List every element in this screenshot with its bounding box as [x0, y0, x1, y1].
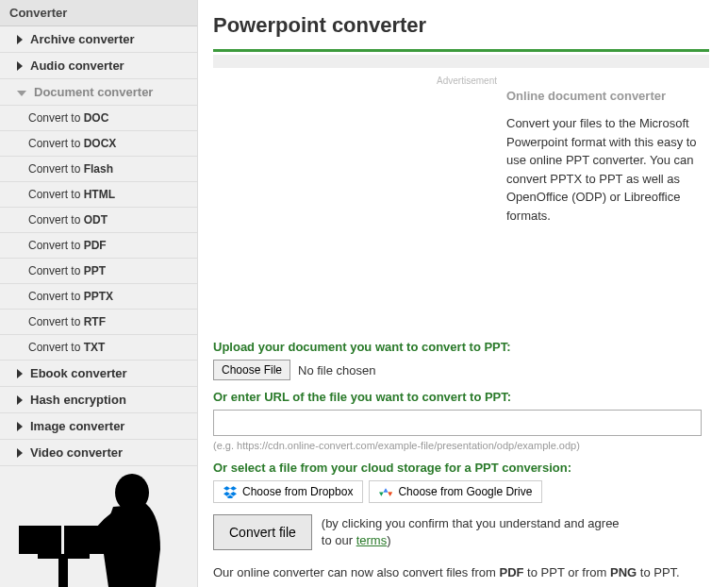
- chevron-right-icon: [17, 369, 23, 378]
- ad-area: Advertisement Online document converter …: [213, 75, 709, 330]
- subitem-docx[interactable]: Convert to DOCX: [0, 131, 197, 157]
- subitem-pptx[interactable]: Convert to PPTX: [0, 284, 197, 310]
- sidebar: Converter Archive converter Audio conver…: [0, 0, 198, 587]
- subitem-flash[interactable]: Convert to Flash: [0, 157, 197, 182]
- sidebar-header: Converter: [0, 0, 197, 26]
- sidebar-item-archive[interactable]: Archive converter: [0, 26, 197, 53]
- convert-button[interactable]: Convert file: [213, 514, 312, 550]
- dropbox-icon: [223, 485, 237, 498]
- upload-label: Upload your document you want to convert…: [213, 340, 709, 354]
- divider: [213, 49, 709, 52]
- svg-rect-2: [38, 554, 90, 559]
- chevron-right-icon: [17, 395, 23, 405]
- gray-bar: [213, 55, 709, 68]
- svg-rect-5: [90, 540, 123, 551]
- gdrive-button-label: Choose from Google Drive: [398, 485, 532, 498]
- chevron-down-icon: [17, 91, 26, 96]
- ad-label: Advertisement: [437, 75, 497, 86]
- gdrive-button[interactable]: Choose from Google Drive: [369, 480, 542, 503]
- subitem-txt[interactable]: Convert to TXT: [0, 335, 197, 361]
- sidebar-item-image[interactable]: Image converter: [0, 413, 197, 440]
- dropbox-button-label: Choose from Dropbox: [242, 485, 353, 498]
- file-status: No file chosen: [298, 363, 375, 377]
- subitem-doc[interactable]: Convert to DOC: [0, 106, 197, 131]
- subitem-html[interactable]: Convert to HTML: [0, 182, 197, 208]
- dropbox-button[interactable]: Choose from Dropbox: [213, 480, 363, 503]
- google-drive-icon: [379, 485, 392, 498]
- subitem-ppt[interactable]: Convert to PPT: [0, 259, 197, 284]
- sidebar-item-hash[interactable]: Hash encryption: [0, 387, 197, 413]
- subitem-odt[interactable]: Convert to ODT: [0, 208, 197, 233]
- sidebar-item-ebook[interactable]: Ebook converter: [0, 361, 197, 387]
- url-input[interactable]: [213, 410, 702, 436]
- main-content: Powerpoint converter Advertisement Onlin…: [198, 0, 728, 587]
- sidebar-item-document[interactable]: Document converter: [0, 79, 197, 106]
- cloud-buttons-row: Choose from Dropbox Choose from Google D…: [213, 480, 709, 503]
- convert-row: Convert file (by clicking you confirm th…: [213, 514, 709, 550]
- url-label: Or enter URL of the file you want to con…: [213, 390, 709, 404]
- choose-file-button[interactable]: Choose File: [213, 360, 290, 380]
- cloud-label: Or select a file from your cloud storage…: [213, 461, 709, 475]
- subitem-rtf[interactable]: Convert to RTF: [0, 310, 197, 335]
- person-silhouette-image: [0, 445, 198, 587]
- subitem-pdf[interactable]: Convert to PDF: [0, 233, 197, 259]
- description-block: Online document converter Convert your f…: [506, 89, 709, 225]
- chevron-right-icon: [17, 422, 23, 431]
- file-input-row: Choose File No file chosen: [213, 360, 709, 380]
- footer-note: Our online converter can now also conver…: [213, 565, 709, 579]
- chevron-right-icon: [17, 35, 23, 44]
- sidebar-item-audio[interactable]: Audio converter: [0, 53, 197, 79]
- page-title: Powerpoint converter: [213, 13, 709, 38]
- convert-note: (by clicking you confirm that you unders…: [322, 515, 623, 549]
- description-title: Online document converter: [506, 89, 709, 103]
- description-text: Convert your files to the Microsoft Powe…: [506, 114, 709, 225]
- svg-rect-0: [19, 526, 61, 554]
- url-example: (e.g. https://cdn.online-convert.com/exa…: [213, 440, 709, 451]
- svg-rect-3: [58, 559, 68, 587]
- terms-link[interactable]: terms: [356, 533, 388, 547]
- chevron-right-icon: [17, 61, 23, 71]
